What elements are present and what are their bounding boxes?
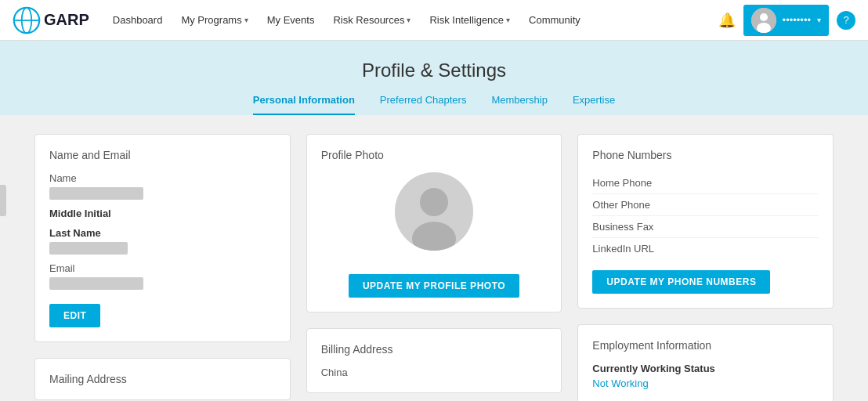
last-name-label: Last Name: [49, 227, 276, 239]
chevron-down-icon: ▾: [244, 16, 248, 24]
employment-card: Employment Information Currently Working…: [577, 324, 834, 401]
svg-point-4: [760, 13, 768, 21]
bell-icon[interactable]: 🔔: [718, 12, 736, 29]
employment-status-label: Currently Working Status: [592, 363, 819, 374]
linkedin-url-row: LinkedIn URL: [592, 238, 819, 259]
help-button[interactable]: ?: [837, 11, 855, 30]
page-tabs: Personal Information Preferred Chapters …: [0, 94, 868, 115]
nav-risk-resources[interactable]: Risk Resources ▾: [325, 9, 418, 31]
column-2: Profile Photo UPDATE MY PROFILE PHOTO Bi…: [306, 134, 562, 401]
svg-point-7: [420, 188, 448, 216]
email-value-blur: [49, 277, 143, 290]
nav-community[interactable]: Community: [521, 9, 588, 31]
tab-personal-information[interactable]: Personal Information: [253, 94, 355, 115]
profile-photo-area: UPDATE MY PROFILE PHOTO: [321, 172, 548, 298]
update-phone-button[interactable]: UPDATE MY PHONE NUMBERS: [592, 270, 770, 294]
column-1: Name and Email Name Middle Initial Last …: [34, 134, 291, 401]
user-menu[interactable]: •••••••• ▾: [743, 5, 829, 36]
mailing-address-card: Mailing Address: [34, 358, 291, 400]
column-3: Phone Numbers Home Phone Other Phone Bus…: [577, 134, 834, 401]
name-email-title: Name and Email: [49, 149, 276, 161]
navbar: GARP Dashboard My Programs ▾ My Events R…: [0, 0, 868, 41]
nav-my-events[interactable]: My Events: [259, 9, 323, 31]
user-chevron-icon: ▾: [817, 16, 821, 24]
phone-numbers-title: Phone Numbers: [592, 149, 819, 161]
user-name-label: ••••••••: [783, 14, 811, 26]
left-panel-hint: [0, 185, 6, 216]
employment-title: Employment Information: [592, 339, 819, 352]
brand-name: GARP: [44, 11, 89, 29]
phone-numbers-card: Phone Numbers Home Phone Other Phone Bus…: [577, 134, 834, 309]
middle-initial-label: Middle Initial: [49, 208, 276, 219]
billing-address-card: Billing Address China: [306, 328, 562, 393]
business-fax-row: Business Fax: [592, 216, 819, 238]
page-title: Profile & Settings: [0, 60, 868, 81]
home-phone-row: Home Phone: [592, 172, 819, 194]
profile-photo-card: Profile Photo UPDATE MY PROFILE PHOTO: [306, 134, 562, 312]
other-phone-row: Other Phone: [592, 194, 819, 216]
edit-button[interactable]: EDIT: [49, 304, 100, 327]
nav-dashboard[interactable]: Dashboard: [105, 9, 171, 31]
tab-expertise[interactable]: Expertise: [573, 94, 615, 115]
billing-address-title: Billing Address: [321, 343, 548, 356]
last-name-value-blur: [49, 242, 128, 255]
avatar-circle: [395, 172, 473, 251]
brand-logo[interactable]: GARP: [13, 6, 89, 34]
tab-preferred-chapters[interactable]: Preferred Chapters: [380, 94, 467, 115]
avatar: [751, 8, 776, 33]
chevron-down-icon-2: ▾: [407, 16, 410, 24]
chevron-down-icon-3: ▾: [506, 16, 510, 24]
billing-country: China: [321, 367, 548, 378]
nav-right: 🔔 •••••••• ▾ ?: [718, 5, 855, 36]
mailing-address-title: Mailing Address: [49, 373, 276, 385]
first-name-value-blur: [49, 187, 143, 200]
tab-membership[interactable]: Membership: [491, 94, 548, 115]
email-label: Email: [49, 262, 276, 274]
main-content: Name and Email Name Middle Initial Last …: [3, 115, 865, 401]
name-email-card: Name and Email Name Middle Initial Last …: [34, 134, 291, 342]
first-name-label: Name: [49, 172, 276, 184]
profile-photo-title: Profile Photo: [321, 149, 548, 161]
page-header: Profile & Settings Personal Information …: [0, 41, 868, 115]
update-photo-button[interactable]: UPDATE MY PROFILE PHOTO: [349, 274, 519, 298]
nav-links: Dashboard My Programs ▾ My Events Risk R…: [105, 9, 718, 31]
nav-risk-intelligence[interactable]: Risk Intelligence ▾: [421, 9, 518, 31]
nav-my-programs[interactable]: My Programs ▾: [173, 9, 255, 31]
employment-status-value: Not Working: [592, 378, 819, 389]
